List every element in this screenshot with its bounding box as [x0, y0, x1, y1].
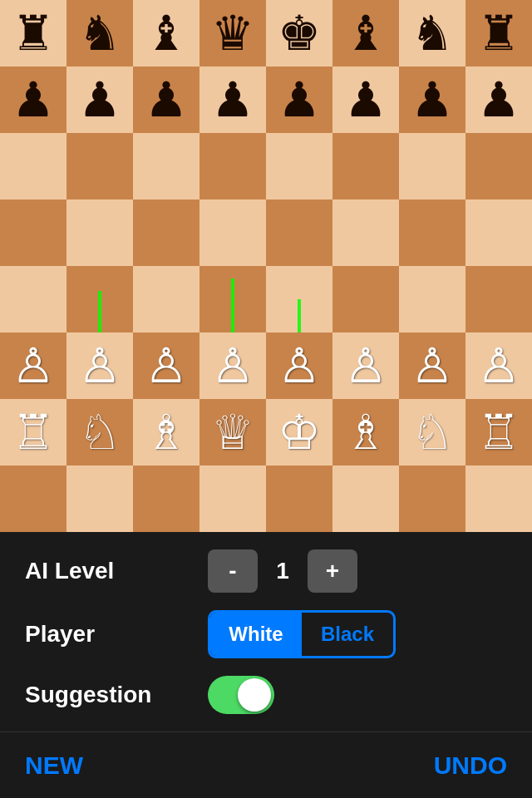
- cell-5-5[interactable]: ♙: [332, 332, 399, 399]
- piece-wp-5-1: ♙: [78, 342, 121, 390]
- suggestion-row: Suggestion: [25, 676, 507, 714]
- cell-7-5[interactable]: [332, 466, 399, 532]
- cell-4-0[interactable]: [0, 266, 66, 332]
- cell-0-7[interactable]: ♜: [466, 0, 532, 66]
- cell-1-4[interactable]: ♟: [266, 66, 332, 133]
- cell-2-4[interactable]: [266, 133, 332, 200]
- new-button[interactable]: NEW: [25, 751, 83, 780]
- cell-6-1[interactable]: ♘: [66, 399, 133, 466]
- cell-7-3[interactable]: [200, 466, 266, 532]
- piece-wk-6-4: ♔: [278, 408, 321, 456]
- cell-0-2[interactable]: ♝: [133, 0, 200, 66]
- piece-wq-6-3: ♕: [211, 408, 254, 456]
- cell-0-5[interactable]: ♝: [332, 0, 399, 66]
- cell-1-5[interactable]: ♟: [332, 66, 399, 133]
- piece-wp-5-3: ♙: [211, 342, 254, 390]
- cell-2-0[interactable]: [0, 133, 66, 200]
- player-white-button[interactable]: White: [210, 613, 302, 656]
- cell-4-1[interactable]: [66, 266, 133, 332]
- cell-1-3[interactable]: ♟: [200, 66, 266, 133]
- suggestion-toggle[interactable]: [208, 676, 274, 714]
- cell-7-2[interactable]: [133, 466, 200, 532]
- cell-5-3[interactable]: ♙: [200, 332, 266, 399]
- cell-6-7[interactable]: ♖: [466, 399, 532, 466]
- piece-br-0-0: ♜: [12, 9, 55, 57]
- cell-3-4[interactable]: [266, 200, 332, 266]
- cell-5-1[interactable]: ♙: [66, 332, 133, 399]
- cell-1-6[interactable]: ♟: [399, 66, 466, 133]
- piece-wp-5-5: ♙: [344, 342, 387, 390]
- cell-2-7[interactable]: [466, 133, 532, 200]
- cell-0-3[interactable]: ♛: [200, 0, 266, 66]
- ai-decrement-button[interactable]: -: [208, 549, 258, 593]
- cell-3-2[interactable]: [133, 200, 200, 266]
- cell-6-4[interactable]: ♔: [266, 399, 332, 466]
- cell-3-3[interactable]: [200, 200, 266, 266]
- cell-1-1[interactable]: ♟: [66, 66, 133, 133]
- piece-wr-6-7: ♖: [477, 408, 520, 456]
- cell-2-2[interactable]: [133, 133, 200, 200]
- piece-bp-1-0: ♟: [12, 76, 55, 124]
- cell-6-5[interactable]: ♗: [332, 399, 399, 466]
- cell-2-5[interactable]: [332, 133, 399, 200]
- cell-6-2[interactable]: ♗: [133, 399, 200, 466]
- cell-3-1[interactable]: [66, 200, 133, 266]
- cell-2-6[interactable]: [399, 133, 466, 200]
- cell-4-5[interactable]: [332, 266, 399, 332]
- cell-0-6[interactable]: ♞: [399, 0, 466, 66]
- cell-3-7[interactable]: [466, 200, 532, 266]
- cell-5-0[interactable]: ♙: [0, 332, 66, 399]
- piece-wp-5-4: ♙: [278, 342, 321, 390]
- cell-5-4[interactable]: ♙: [266, 332, 332, 399]
- cell-6-6[interactable]: ♘: [399, 399, 466, 466]
- cell-7-4[interactable]: [266, 466, 332, 532]
- cell-0-4[interactable]: ♚: [266, 0, 332, 66]
- cell-5-7[interactable]: ♙: [466, 332, 532, 399]
- cell-7-6[interactable]: [399, 466, 466, 532]
- piece-bp-1-4: ♟: [278, 76, 321, 124]
- cell-5-6[interactable]: ♙: [399, 332, 466, 399]
- piece-wp-5-6: ♙: [411, 342, 454, 390]
- ai-level-row: AI Level - 1 +: [25, 549, 507, 593]
- piece-wr-6-0: ♖: [12, 408, 55, 456]
- cell-3-6[interactable]: [399, 200, 466, 266]
- chess-board[interactable]: ♜♞♝♛♚♝♞♜♟♟♟♟♟♟♟♟♙♙♙♙♙♙♙♙♖♘♗♕♔♗♘♖: [0, 0, 532, 532]
- cell-6-0[interactable]: ♖: [0, 399, 66, 466]
- player-toggle[interactable]: White Black: [208, 610, 396, 658]
- piece-bb-0-2: ♝: [145, 9, 188, 57]
- green-line-indicator: [98, 291, 101, 332]
- piece-br-0-7: ♜: [477, 9, 520, 57]
- cell-4-7[interactable]: [466, 266, 532, 332]
- cell-2-3[interactable]: [200, 133, 266, 200]
- ai-increment-button[interactable]: +: [308, 549, 357, 593]
- green-line-indicator: [298, 299, 301, 332]
- player-row: Player White Black: [25, 610, 507, 658]
- cell-0-0[interactable]: ♜: [0, 0, 66, 66]
- cell-1-2[interactable]: ♟: [133, 66, 200, 133]
- cell-7-1[interactable]: [66, 466, 133, 532]
- piece-wn-6-1: ♘: [78, 408, 121, 456]
- cell-5-2[interactable]: ♙: [133, 332, 200, 399]
- undo-button[interactable]: UNDO: [434, 751, 507, 780]
- cell-0-1[interactable]: ♞: [66, 0, 133, 66]
- cell-4-4[interactable]: [266, 266, 332, 332]
- piece-bq-0-3: ♛: [211, 9, 254, 57]
- player-black-button[interactable]: Black: [302, 613, 393, 656]
- cell-4-2[interactable]: [133, 266, 200, 332]
- cell-4-6[interactable]: [399, 266, 466, 332]
- cell-4-3[interactable]: [200, 266, 266, 332]
- cell-7-0[interactable]: [0, 466, 66, 532]
- piece-bp-1-5: ♟: [344, 76, 387, 124]
- cell-2-1[interactable]: [66, 133, 133, 200]
- piece-wp-5-2: ♙: [145, 342, 188, 390]
- cell-1-7[interactable]: ♟: [466, 66, 532, 133]
- cell-6-3[interactable]: ♕: [200, 399, 266, 466]
- cell-3-5[interactable]: [332, 200, 399, 266]
- controls-panel: AI Level - 1 + Player White Black Sugges…: [0, 532, 532, 732]
- piece-bn-0-6: ♞: [411, 9, 454, 57]
- player-label: Player: [25, 621, 208, 648]
- cell-1-0[interactable]: ♟: [0, 66, 66, 133]
- piece-bk-0-4: ♚: [278, 9, 321, 57]
- cell-3-0[interactable]: [0, 200, 66, 266]
- cell-7-7[interactable]: [466, 466, 532, 532]
